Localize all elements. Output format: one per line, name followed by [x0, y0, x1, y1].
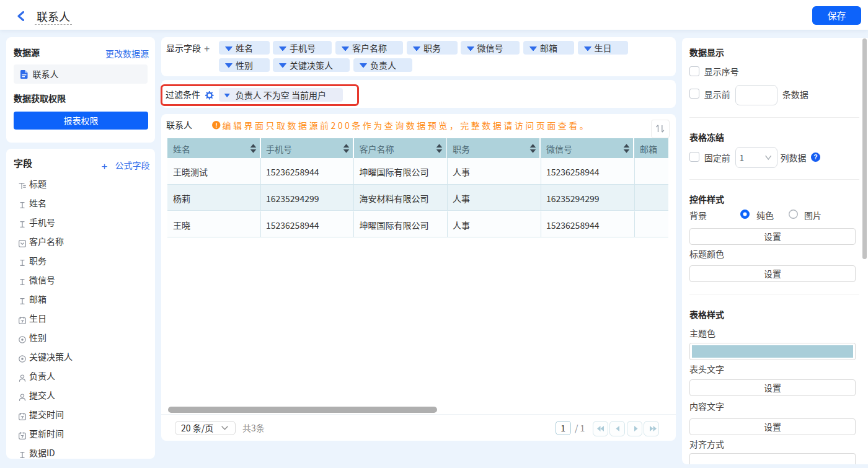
svg-text:?: ?: [813, 154, 817, 161]
